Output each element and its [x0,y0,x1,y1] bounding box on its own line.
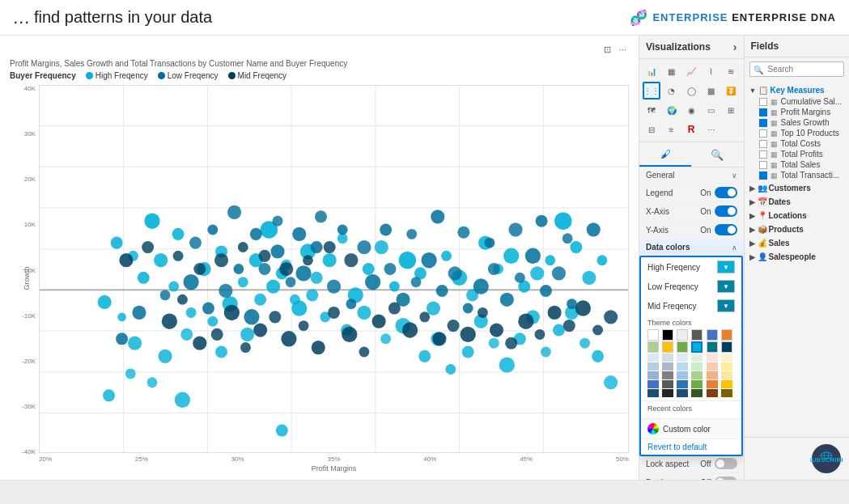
viz-treemap[interactable]: ▩ [703,82,720,100]
viz-r[interactable]: R [682,121,700,138]
swatch-navy[interactable] [721,341,732,353]
chart-more-btn[interactable]: ··· [617,44,629,56]
viz-ribbon[interactable]: ≋ [722,62,740,80]
section-yaxis-header[interactable]: Y-Axis On [646,224,737,235]
section-general-header[interactable]: General ∨ [646,171,737,180]
viz-card[interactable]: ▭ [703,101,720,119]
tree-group-header-key-measures[interactable]: ▼ 📋 Key Measures [745,84,850,96]
viz-more[interactable]: ⋯ [703,121,720,138]
shade-1-5[interactable] [707,354,718,362]
shade-4-2[interactable] [662,380,673,388]
tree-group-header-salespeople[interactable]: ▶ 👤 Salespeople [745,251,850,263]
shade-1-4[interactable] [691,354,703,362]
subscribe-btn[interactable]: SUBSCRIBE [810,443,843,475]
field-top-10[interactable]: ▦ Top 10 Products [745,128,850,138]
shade-4-5[interactable] [707,380,718,388]
field-sales-growth[interactable]: ▦ Sales Growth [745,117,850,128]
viz-bar-chart[interactable]: 📊 [643,62,660,80]
shade-2-5[interactable] [707,362,718,371]
shade-2-1[interactable] [647,362,659,371]
search-input[interactable] [749,61,845,77]
legend-toggle[interactable] [715,187,737,198]
border-toggle[interactable] [715,476,737,480]
shade-4-6[interactable] [721,380,732,388]
shade-2-3[interactable] [677,362,688,371]
custom-color-row[interactable]: Custom color [641,418,741,438]
tab-format[interactable]: 🖌 [639,142,691,167]
shade-3-5[interactable] [707,371,718,379]
viz-line[interactable]: 📈 [682,62,700,80]
field-total-profits[interactable]: ▦ Total Profits [745,149,850,159]
shade-1-6[interactable] [721,354,732,362]
yaxis-toggle[interactable] [715,224,737,235]
swatch-lgray[interactable] [677,329,688,341]
color-picker-mid[interactable]: ▼ [717,299,735,312]
section-legend-header[interactable]: Legend On [646,187,737,198]
shade-3-2[interactable] [662,371,673,379]
swatch-white[interactable] [647,329,659,341]
shade-3-6[interactable] [721,371,732,379]
tree-group-header-sales[interactable]: ▶ 💰 Sales [745,237,850,249]
field-total-transactions[interactable]: ▦ Total Transacti... [745,170,850,180]
viz-area[interactable]: ⌇ [703,62,720,80]
xaxis-toggle[interactable] [715,205,737,217]
shade-2-6[interactable] [721,362,732,371]
shade-4-1[interactable] [647,380,659,388]
shade-5-4[interactable] [691,389,703,397]
shade-1-1[interactable] [647,354,659,362]
viz-scatter[interactable]: ⋮⋮ [643,82,660,100]
viz-matrix[interactable]: ⊟ [643,121,660,138]
tree-group-header-products[interactable]: ▶ 📦 Products [745,223,850,235]
shade-2-2[interactable] [662,362,673,371]
color-picker-low[interactable]: ▼ [717,280,735,293]
shade-3-3[interactable] [677,371,688,379]
viz-slicer[interactable]: ≡ [663,121,681,138]
shade-2-4[interactable] [691,362,703,371]
revert-to-default[interactable]: Revert to default [641,438,741,455]
section-xaxis-header[interactable]: X-Axis On [646,205,737,217]
section-lock-aspect-header[interactable]: Lock aspect Off [646,458,737,469]
viz-panel-expand-icon[interactable]: › [733,40,737,53]
viz-map[interactable]: 🗺 [643,101,660,119]
shade-3-1[interactable] [647,371,659,379]
swatch-orange[interactable] [721,329,732,341]
swatch-green[interactable] [677,341,688,353]
section-data-colors-header[interactable]: Data colors ∧ [646,243,737,252]
shade-3-4[interactable] [691,371,703,379]
tree-group-header-dates[interactable]: ▶ 📅 Dates [745,196,850,208]
shade-5-1[interactable] [647,389,659,397]
shade-4-3[interactable] [677,380,688,388]
swatch-lgreen[interactable] [647,341,659,353]
shade-4-4[interactable] [691,380,703,388]
color-picker-high[interactable]: ▼ [717,260,735,273]
viz-donut[interactable]: ◯ [682,82,700,100]
shade-5-6[interactable] [721,389,732,397]
field-profit-margins[interactable]: ▦ Profit Margins [745,107,850,117]
viz-funnel[interactable]: ⏬ [722,82,740,100]
swatch-dteal[interactable] [707,341,718,353]
shade-5-3[interactable] [677,389,688,397]
swatch-black[interactable] [662,329,673,341]
swatch-teal-selected[interactable] [691,341,703,353]
shade-1-3[interactable] [677,354,688,362]
viz-gauge[interactable]: ◉ [682,101,700,119]
viz-stacked-bar[interactable]: ▦ [663,62,681,80]
swatch-dgray[interactable] [691,329,703,341]
swatch-yellow[interactable] [662,341,673,353]
tab-analytics[interactable]: 🔍 [691,142,743,167]
field-total-sales[interactable]: ▦ Total Sales [745,159,850,170]
viz-table[interactable]: ⊞ [722,101,740,119]
viz-pie[interactable]: ◔ [663,82,681,100]
tree-group-header-customers[interactable]: ▶ 👥 Customers [745,182,850,194]
field-total-costs[interactable]: ▦ Total Costs [745,138,850,149]
section-border-header[interactable]: Border Off [646,476,737,480]
viz-filled-map[interactable]: 🌍 [663,101,681,119]
swatch-blue[interactable] [707,329,718,341]
shade-5-2[interactable] [662,389,673,397]
field-cumulative-sal[interactable]: ▦ Cumulative Sal... [745,96,850,107]
tree-group-header-locations[interactable]: ▶ 📍 Locations [745,210,850,222]
shade-5-5[interactable] [707,389,718,397]
shade-1-2[interactable] [662,354,673,362]
chart-expand-btn[interactable]: ⊡ [601,44,613,56]
lock-aspect-toggle[interactable] [715,458,737,469]
